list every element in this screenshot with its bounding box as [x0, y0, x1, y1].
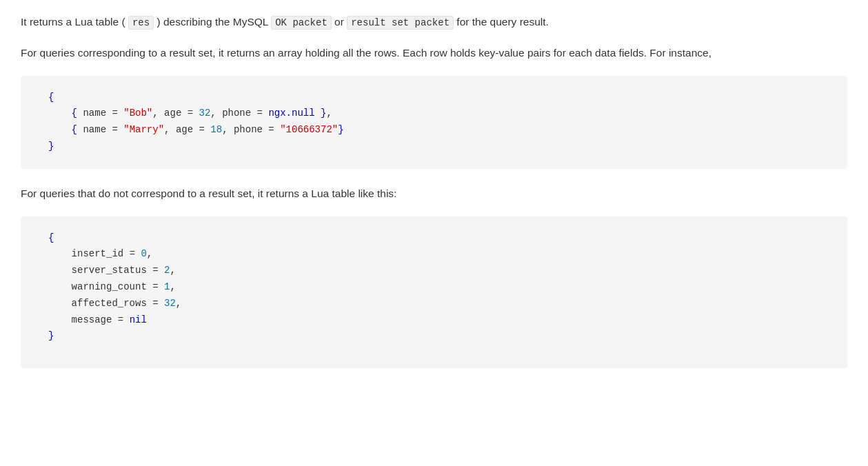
code-block-result-set: { { name = "Bob", age = 32, phone = ngx.…	[21, 76, 847, 169]
code-line: { name = "Bob", age = 32, phone = ngx.nu…	[48, 105, 827, 122]
code-line: warning_count = 1,	[48, 279, 827, 296]
res-code: res	[128, 16, 154, 30]
intro-paragraph-3: For queries that do not correspond to a …	[21, 185, 847, 203]
code-line: }	[48, 328, 827, 345]
code-line: server_status = 2,	[48, 263, 827, 279]
code-block-ok-packet: { insert_id = 0, server_status = 2, warn…	[21, 216, 847, 368]
code-line: }	[48, 139, 827, 155]
intro-paragraph-2: For queries corresponding to a result se…	[21, 45, 847, 62]
code-line: insert_id = 0,	[48, 246, 827, 263]
ok-packet-code: OK packet	[271, 16, 332, 30]
intro-paragraph-1: It returns a Lua table ( res ) describin…	[21, 14, 847, 31]
code-line: {	[48, 230, 827, 247]
code-line: message = nil	[48, 312, 827, 329]
code-line: { name = "Marry", age = 18, phone = "106…	[48, 122, 827, 139]
code-line: affected_rows = 32,	[48, 296, 827, 312]
code-line: {	[48, 90, 827, 106]
result-set-packet-code: result set packet	[347, 16, 454, 30]
